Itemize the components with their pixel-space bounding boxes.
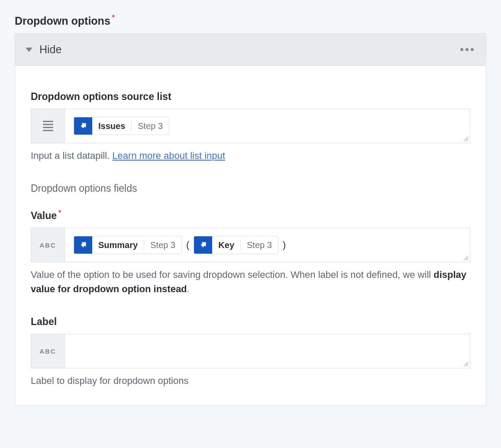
datapill-step: Step 3: [132, 117, 169, 135]
source-list-label: Dropdown options source list: [31, 91, 171, 103]
label-label: Label: [31, 316, 57, 328]
help-text-prefix: Input a list datapill.: [31, 150, 112, 161]
panel-body: Dropdown options source list Issues: [15, 66, 486, 405]
required-asterisk: *: [58, 209, 61, 217]
abc-icon: ABC: [39, 348, 56, 355]
list-icon: [43, 121, 53, 131]
value-field: Value * ABC Summary Step 3 (: [31, 210, 470, 296]
panel-header: Hide: [15, 34, 486, 66]
list-type-icon: [31, 109, 65, 143]
value-help-prefix: Value of the option to be used for savin…: [31, 269, 433, 280]
jira-icon: [194, 236, 212, 254]
label-content[interactable]: [65, 334, 470, 368]
dot-icon: [460, 48, 463, 51]
jira-icon: [74, 236, 92, 254]
label-help: Label to display for dropdown options: [31, 374, 470, 388]
datapill-summary[interactable]: Summary Step 3: [74, 236, 182, 254]
source-list-content[interactable]: Issues Step 3: [65, 109, 470, 143]
more-menu-button[interactable]: [460, 48, 474, 51]
dot-icon: [465, 48, 469, 51]
label-input[interactable]: ABC: [31, 334, 470, 368]
section-title: Dropdown options: [15, 15, 110, 27]
datapill-label: Summary: [92, 236, 144, 254]
datapill-step: Step 3: [241, 236, 278, 254]
close-paren: ): [282, 239, 287, 251]
resize-handle-icon[interactable]: [463, 361, 469, 367]
chevron-down-icon: [26, 44, 32, 55]
options-panel: Hide Dropdown options source list: [15, 33, 486, 406]
collapse-label: Hide: [39, 43, 61, 56]
svg-marker-0: [26, 48, 32, 52]
label-field: Label ABC Label to display for dropdown …: [31, 316, 470, 388]
learn-more-link[interactable]: Learn more about list input: [112, 150, 225, 161]
required-asterisk: *: [112, 14, 115, 22]
fields-heading: Dropdown options fields: [31, 183, 470, 194]
datapill-label: Issues: [92, 117, 131, 135]
value-input[interactable]: ABC Summary Step 3 (: [31, 228, 470, 262]
text-type-icon: ABC: [31, 334, 65, 368]
source-list-help: Input a list datapill. Learn more about …: [31, 148, 470, 163]
value-help: Value of the option to be used for savin…: [31, 268, 470, 296]
value-label: Value: [31, 210, 57, 222]
source-list-input[interactable]: Issues Step 3: [31, 109, 470, 143]
datapill-issues[interactable]: Issues Step 3: [74, 117, 169, 135]
dot-icon: [471, 48, 474, 51]
resize-handle-icon[interactable]: [463, 255, 469, 261]
resize-handle-icon[interactable]: [463, 136, 469, 142]
text-type-icon: ABC: [31, 228, 65, 262]
jira-icon: [74, 117, 92, 135]
source-list-field: Dropdown options source list Issues: [31, 91, 470, 163]
datapill-step: Step 3: [144, 236, 181, 254]
datapill-key[interactable]: Key Step 3: [194, 236, 278, 254]
collapse-toggle[interactable]: Hide: [26, 43, 61, 56]
datapill-label: Key: [212, 236, 240, 254]
abc-icon: ABC: [39, 242, 56, 249]
section-title-row: Dropdown options *: [15, 15, 486, 27]
value-help-suffix: .: [187, 284, 190, 294]
open-paren: (: [185, 239, 190, 251]
value-content[interactable]: Summary Step 3 ( Key Step 3 ): [65, 228, 470, 262]
